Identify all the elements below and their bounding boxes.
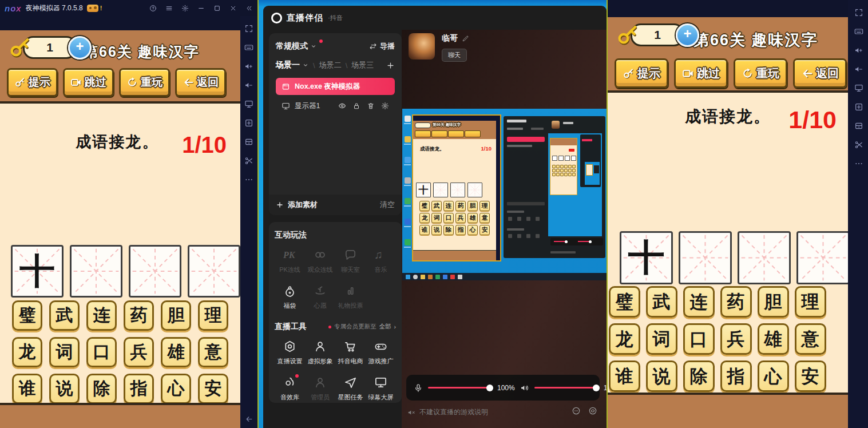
letter-tile[interactable]: 胆 [161, 300, 191, 331]
answer-cell[interactable] [467, 183, 482, 197]
screen-icon[interactable] [244, 100, 253, 109]
keyboard-icon[interactable] [854, 27, 863, 36]
answer-cell[interactable] [738, 231, 791, 284]
letter-tile[interactable]: 武 [49, 300, 80, 331]
tool-item[interactable]: 直播设置 [275, 334, 305, 370]
letter-tile[interactable]: 武 [431, 201, 442, 211]
volume-down-icon[interactable] [854, 65, 863, 74]
add-keys-button[interactable]: + [68, 36, 92, 60]
shared-folder-icon[interactable] [854, 121, 863, 130]
tool-item[interactable]: 抖音电商 [335, 334, 366, 370]
add-scene-icon[interactable] [386, 61, 395, 70]
screenshot-cut-icon[interactable] [244, 156, 253, 165]
letter-tile[interactable]: 词 [646, 323, 677, 355]
letter-tile[interactable]: 安 [198, 374, 228, 404]
letter-tile[interactable]: 词 [431, 213, 442, 223]
tab-scene-2[interactable]: 场景二 [319, 60, 342, 70]
letter-tile[interactable]: 璧 [419, 201, 430, 211]
source-settings-icon[interactable] [381, 102, 389, 110]
more-icon[interactable] [854, 159, 863, 168]
letter-tile[interactable]: 除 [683, 360, 715, 392]
letter-tile[interactable]: 理 [795, 286, 826, 318]
fullscreen-icon[interactable] [244, 24, 253, 33]
letter-tile[interactable]: 说 [646, 360, 677, 392]
help-icon[interactable] [149, 5, 157, 12]
letter-tile[interactable]: 璧 [609, 286, 640, 318]
letter-tile[interactable]: 龙 [12, 337, 42, 367]
edit-icon[interactable] [462, 35, 469, 42]
letter-tile[interactable]: 药 [455, 201, 466, 211]
answer-cell[interactable] [70, 245, 122, 298]
settings-icon[interactable] [181, 5, 189, 12]
letter-tile[interactable]: 胆 [758, 286, 789, 318]
letter-tile[interactable]: 连 [683, 286, 715, 318]
trash-icon[interactable] [367, 102, 375, 110]
android-back-icon[interactable] [245, 415, 253, 423]
letter-tile[interactable]: 兵 [124, 337, 154, 367]
tool-item[interactable]: 虚拟形象 [305, 334, 335, 370]
letter-tile[interactable]: 龙 [419, 213, 430, 223]
letter-tile[interactable]: 安 [479, 225, 490, 235]
chevron-down-icon[interactable] [310, 43, 317, 50]
message-icon[interactable] [572, 406, 581, 415]
source-item-display[interactable]: 显示器1 [276, 97, 395, 114]
back-button[interactable]: 返回 [175, 68, 226, 97]
volume-down-icon[interactable] [244, 81, 253, 90]
clear-button[interactable]: 清空 [380, 200, 395, 210]
answer-cell[interactable]: 十 [11, 245, 64, 298]
collapse-sidebar-icon[interactable] [245, 5, 253, 12]
letter-tile[interactable]: 指 [720, 360, 752, 392]
letter-tile[interactable]: 意 [795, 323, 826, 355]
letter-tile[interactable]: 指 [455, 225, 466, 235]
tab-scene-1[interactable]: 场景一 [276, 60, 309, 70]
letter-tile[interactable]: 口 [683, 323, 715, 355]
director-button[interactable]: 导播 [369, 41, 395, 51]
letter-tile[interactable]: 心 [161, 374, 191, 404]
letter-tile[interactable]: 说 [431, 225, 442, 235]
volume-up-icon[interactable] [244, 62, 253, 71]
hint-button[interactable]: 提示 [615, 58, 668, 88]
capture-preview[interactable]: 第66关 趣味汉字 成语接龙。 1/10 十 璧武连药胆理龙词口兵雄意谁说除指心… [402, 109, 607, 280]
tool-item[interactable]: 音效库 [275, 370, 305, 406]
minimize-icon[interactable] [197, 5, 205, 12]
refresh-circle-icon[interactable] [588, 406, 597, 415]
maximize-icon[interactable] [213, 5, 221, 12]
source-item-selected[interactable]: Nox.exe 夜神模拟器 [276, 78, 395, 95]
add-material-button[interactable]: 添加素材 [288, 200, 318, 210]
skip-button[interactable]: 跳过 [674, 58, 728, 88]
fullscreen-icon[interactable] [854, 8, 863, 17]
letter-tile[interactable]: 心 [758, 360, 789, 392]
install-apk-icon[interactable] [244, 118, 253, 128]
menu-icon[interactable] [165, 5, 173, 12]
answer-cell[interactable] [433, 183, 448, 197]
tool-item[interactable]: 绿幕大屏 [366, 370, 396, 406]
lock-icon[interactable] [352, 102, 360, 110]
letter-tile[interactable]: 理 [198, 300, 228, 331]
letter-tile[interactable]: 安 [795, 360, 826, 392]
letter-tile[interactable]: 兵 [720, 323, 752, 355]
close-icon[interactable] [229, 5, 237, 12]
chat-badge[interactable]: 聊天 [442, 49, 467, 62]
letter-tile[interactable]: 连 [86, 300, 117, 331]
screenshot-cut-icon[interactable] [854, 140, 863, 149]
letter-tile[interactable]: 词 [49, 337, 80, 367]
speaker-volume-slider[interactable] [534, 387, 599, 389]
letter-tile[interactable]: 药 [124, 300, 154, 331]
install-apk-icon[interactable] [854, 102, 863, 112]
mic-icon[interactable] [414, 383, 423, 393]
letter-tile[interactable]: 谁 [609, 360, 640, 392]
replay-button[interactable]: 重玩 [734, 58, 787, 88]
back-button[interactable]: 返回 [793, 58, 847, 88]
hint-button[interactable]: 提示 [7, 68, 58, 97]
skip-button[interactable]: 跳过 [63, 68, 114, 97]
letter-tile[interactable]: 意 [479, 213, 490, 223]
add-keys-button[interactable]: + [676, 23, 699, 47]
letter-tile[interactable]: 兵 [455, 213, 466, 223]
letter-tile[interactable]: 意 [198, 337, 228, 367]
letter-tile[interactable]: 谁 [12, 374, 42, 404]
letter-tile[interactable]: 除 [443, 225, 454, 235]
screen-icon[interactable] [854, 84, 863, 93]
answer-cell[interactable] [679, 231, 732, 284]
letter-tile[interactable]: 武 [646, 286, 677, 318]
letter-tile[interactable]: 口 [86, 337, 117, 367]
